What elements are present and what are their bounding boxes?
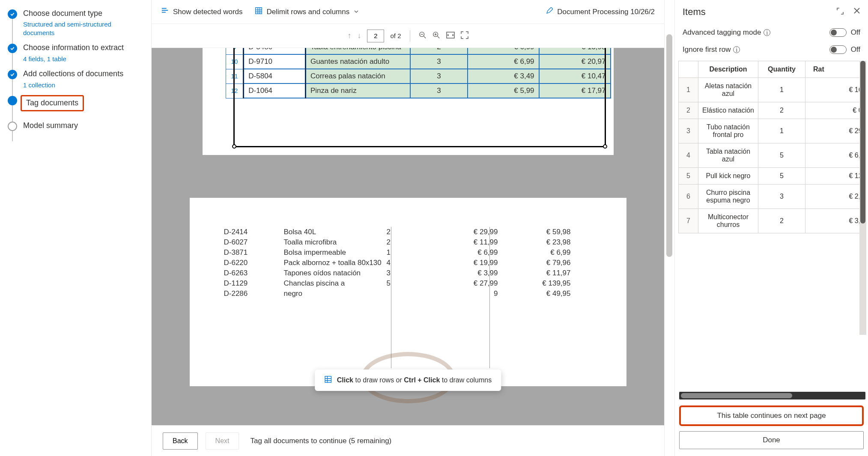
active-dot-icon [8,96,17,105]
panel-title: Items [683,6,706,18]
document-page-2-top: D-2414Bolsa 40L2€ 29,99€ 59,98 D-6027Toa… [190,198,626,386]
table-row: D-3871Bolsa impermeable1€ 6,99€ 6,99 [224,247,592,258]
items-row[interactable]: 7Multiconector churros2€ 3,9 [679,209,866,233]
cell-total[interactable]: € 13,98 [539,48,611,54]
separator [410,30,410,42]
chevron-down-icon [354,8,359,16]
svg-line-10 [424,36,426,38]
svg-rect-16 [325,376,331,382]
items-row[interactable]: 3Tubo natación frontal pro1€ 29, [679,119,866,143]
cell-price[interactable]: € 6,99 [468,48,539,54]
svg-rect-1 [162,10,168,11]
items-row[interactable]: 2Elástico natación2€ 0, [679,102,866,119]
table-icon [324,376,332,385]
table-row[interactable]: 9 D-3486 Tabla entrenamiento piscina 2 €… [226,48,611,54]
pending-circle-icon [8,122,17,131]
items-row[interactable]: 4Tabla natación azul5€ 6,9 [679,143,866,168]
step-label: Choose information to extract [23,43,124,53]
svg-rect-3 [255,8,261,14]
table-row: D-6263Tapones oídos natación3€ 3,99€ 11,… [224,268,592,278]
canvas-toolbar: Show detected words Delimit rows and col… [152,0,664,24]
document-viewport[interactable]: 9 D-3486 Tabla entrenamiento piscina 2 €… [152,48,664,425]
document-canvas-area: Show detected words Delimit rows and col… [152,0,664,456]
table-row[interactable]: 10 D-9710 Guantes natación adulto 3 € 6,… [226,54,611,69]
advanced-tagging-toggle[interactable] [829,28,847,37]
toggle-label: Ignore first row [683,45,731,54]
scroll-thumb[interactable] [681,393,792,398]
table-row: D-6220Pack albornoz + toalla 80x1304€ 19… [224,258,592,268]
back-button[interactable]: Back [163,432,198,450]
items-table[interactable]: Description Quantity Rat 1Aletas natació… [678,61,866,233]
step-add-collections[interactable]: Add collections of documents 1 collectio… [8,69,143,89]
show-detected-words-button[interactable]: Show detected words [161,7,243,17]
svg-rect-2 [162,12,166,13]
resize-handle[interactable] [603,144,607,149]
check-icon [8,44,17,53]
col-description[interactable]: Description [698,61,758,78]
step-sub: Structured and semi-structured documents [23,20,143,37]
cell-code[interactable]: D-3486 [244,48,306,54]
info-icon[interactable]: i [733,46,740,53]
panel-horizontal-scrollbar[interactable] [679,392,865,399]
check-icon [8,9,17,19]
col-quantity[interactable]: Quantity [758,61,805,78]
next-button: Next [206,432,239,450]
table-row: D-1129Chanclas piscina a5€ 27,99€ 139,95 [224,278,592,289]
items-row[interactable]: 5Pull kick negro5€ 12, [679,168,866,185]
table-row: D-2286negro9€ 49,95 [224,289,592,299]
resize-handle[interactable] [232,144,236,149]
step-choose-info[interactable]: Choose information to extract 4 fields, … [8,43,143,63]
step-sub: 1 collection [23,81,123,89]
items-panel: Items Advanced tagging mode i Off Ignore… [674,0,868,456]
step-sub: 4 fields, 1 table [23,55,124,63]
done-button[interactable]: Done [679,431,864,449]
delimit-rows-cols-button[interactable]: Delimit rows and columns [255,7,359,17]
step-label: Add collections of documents [23,69,123,79]
button-label: Show detected words [173,8,243,16]
tagged-table[interactable]: 9 D-3486 Tabla entrenamiento piscina 2 €… [226,48,611,98]
page-down-button[interactable]: ↓ [357,31,361,40]
step-model-summary[interactable]: Model summary [8,121,143,131]
panel-vertical-scrollbar[interactable] [859,61,866,335]
fit-page-button[interactable] [461,31,468,41]
scroll-thumb[interactable] [666,34,672,257]
pencil-icon [546,7,553,16]
fit-width-button[interactable] [446,32,455,40]
zoom-in-button[interactable] [433,31,440,41]
page-up-button[interactable]: ↑ [347,31,351,40]
button-label: Delimit rows and columns [267,8,350,16]
document-name-field[interactable]: Document Processing 10/26/2 [546,7,655,16]
scroll-thumb[interactable] [860,61,865,224]
text-select-icon [161,7,169,17]
cell-qty[interactable]: 2 [410,48,468,54]
page-number-input[interactable] [367,30,384,42]
advanced-tagging-toggle-row: Advanced tagging mode i Off [675,24,868,41]
svg-rect-0 [162,8,167,9]
step-tag-documents[interactable]: Tag documents [8,95,143,111]
hint-text: Click to draw rows or Ctrl + Click to dr… [337,376,492,384]
svg-line-14 [437,36,439,38]
step-label: Choose document type [23,9,143,18]
doc-name-text: Document Processing 10/26/2 [557,8,655,16]
cell-desc[interactable]: Tabla entrenamiento piscina [305,48,410,54]
info-icon[interactable]: i [764,29,770,36]
table-row[interactable]: 11 D-5804 Correas palas natación 3 € 3,4… [226,69,611,83]
step-label: Tag documents [26,98,78,108]
page-of-label: of 2 [390,32,401,39]
table-continues-button[interactable]: This table continues on next page [679,405,864,426]
viewport-scrollbar[interactable] [664,0,674,456]
step-choose-doc-type[interactable]: Choose document type Structured and semi… [8,9,143,37]
items-row[interactable]: 1Aletas natación azul1€ 16, [679,78,866,102]
ignore-first-row-toggle[interactable] [829,45,847,54]
expand-panel-icon[interactable] [836,7,844,17]
table-row[interactable]: 12 D-1064 Pinza de nariz 3 € 5,99 € 17,9… [226,83,611,98]
table-icon [255,7,262,17]
items-row[interactable]: 6Churro piscina espuma negro3€ 2,9 [679,185,866,209]
zoom-out-button[interactable] [419,31,427,41]
col-rate[interactable]: Rat [805,61,866,78]
close-icon[interactable] [853,7,860,17]
step-label: Model summary [23,121,78,131]
check-icon [8,70,17,79]
ignore-first-row-toggle-row: Ignore first row i Off [675,41,868,58]
footer-hint-text: Tag all documents to continue (5 remaini… [250,437,391,445]
